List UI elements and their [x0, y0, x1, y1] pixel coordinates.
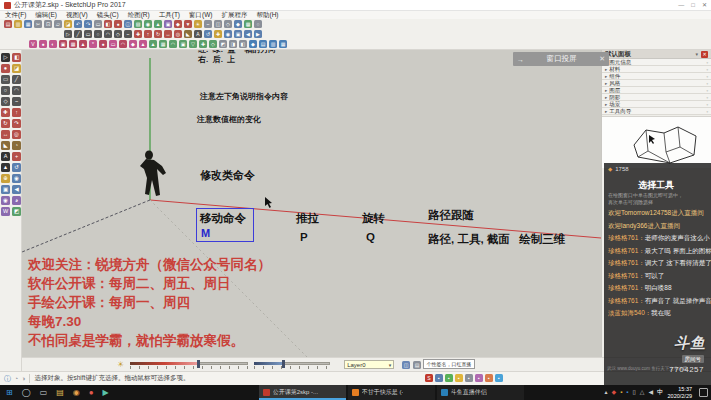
taskbar-sketchup-button[interactable]: 公开课第2skp -... [259, 385, 346, 400]
drape-icon[interactable]: ▽ [189, 40, 197, 48]
section-options-icon[interactable]: ▫ [706, 95, 708, 100]
photo-texture-icon[interactable]: ▣ [164, 20, 172, 28]
tray-app-icon[interactable]: ▪ [435, 374, 443, 382]
move-icon[interactable]: ✚ [134, 30, 142, 38]
circle-icon[interactable]: ○ [1, 86, 10, 95]
section-options-icon[interactable]: ▫ [706, 88, 708, 93]
section-options-icon[interactable]: ▫ [706, 109, 708, 114]
freehand-icon[interactable]: ~ [124, 30, 132, 38]
cut-icon[interactable]: ✂ [34, 20, 42, 28]
text-icon[interactable]: A [1, 152, 10, 161]
text-icon[interactable]: A [194, 30, 202, 38]
3d-text-icon[interactable]: ▲ [1, 163, 10, 172]
taskbar-music-button[interactable]: 不甘于快乐是 (- [348, 385, 435, 400]
menu-item[interactable]: 视图(V) [66, 11, 88, 20]
tray-app-icon[interactable]: ▪ [620, 385, 622, 400]
stamp-icon[interactable]: ▣ [179, 40, 187, 48]
vray-rect-light-icon[interactable]: ▭ [109, 40, 117, 48]
paint-bucket-icon[interactable]: ● [1, 64, 10, 73]
claim-icon[interactable]: ◑ [21, 374, 25, 383]
arc-icon[interactable]: ◠ [104, 30, 112, 38]
tray-app-icon[interactable]: ▪ [465, 374, 473, 382]
previous-view-icon[interactable]: ◀ [12, 185, 21, 194]
vray-ies-light-icon[interactable]: ◆ [129, 40, 137, 48]
vray-dome-light-icon[interactable]: ◠ [119, 40, 127, 48]
flip-edge-icon[interactable]: ◇ [209, 40, 217, 48]
freehand-icon[interactable]: ~ [12, 97, 21, 106]
line-icon[interactable]: ╱ [74, 30, 82, 38]
tray-app-icon[interactable]: ▪ [455, 374, 463, 382]
redo-icon[interactable]: ↷ [84, 20, 92, 28]
push-pull-icon[interactable]: ↑ [12, 108, 21, 117]
walk-icon[interactable]: W [1, 207, 10, 216]
tray-app-icon[interactable]: ▪ [485, 374, 493, 382]
capture-close-icon[interactable]: ✕ [599, 55, 605, 63]
tray-section-header[interactable]: ▸ 工具向导 ▫ [602, 108, 711, 115]
section-display-icon[interactable]: ◨ [229, 40, 237, 48]
menu-item[interactable]: 镜头(C) [97, 11, 119, 20]
window-control-button[interactable]: □ [691, 0, 695, 10]
menu-item[interactable]: 文件(F) [5, 11, 26, 20]
chrome-icon[interactable]: ● [89, 385, 94, 400]
wireframe-icon[interactable]: ◇ [224, 20, 232, 28]
make-component-icon[interactable]: ◧ [104, 20, 112, 28]
tray-pin-icon[interactable]: ▾ [695, 51, 698, 57]
selected-text-move-command[interactable]: 移动命令 M [196, 208, 254, 242]
front-view-icon[interactable]: ▥ [269, 40, 277, 48]
open-icon[interactable]: ▥ [14, 20, 22, 28]
save-icon[interactable]: ▦ [24, 20, 32, 28]
menu-item[interactable]: 编辑(E) [35, 11, 57, 20]
scale-figure[interactable] [136, 150, 168, 198]
section-cut-icon[interactable]: ◧ [239, 40, 247, 48]
tray-app-icon[interactable]: ◆ [612, 385, 617, 400]
fog-icon[interactable]: ~ [204, 20, 212, 28]
zoom-extents-icon[interactable]: ▣ [1, 185, 10, 194]
layers-icon[interactable]: ◫ [402, 361, 410, 369]
offset-icon[interactable]: ◎ [12, 130, 21, 139]
circle-icon[interactable]: ○ [94, 30, 102, 38]
menu-item[interactable]: 绘图(R) [128, 11, 150, 20]
arc-icon[interactable]: ◠ [12, 86, 21, 95]
tape-measure-icon[interactable]: ◣ [184, 30, 192, 38]
zoom-icon[interactable]: ◉ [12, 174, 21, 183]
print-icon[interactable]: ▭ [94, 20, 102, 28]
tray-up-arrow-icon[interactable]: ▴ [605, 385, 608, 400]
menu-item[interactable]: 工具(T) [159, 11, 180, 20]
scale-icon[interactable]: ↔ [164, 30, 172, 38]
new-icon[interactable]: ▤ [4, 20, 12, 28]
pan-icon[interactable]: ✚ [214, 30, 222, 38]
vray-frame-buffer-icon[interactable]: ▦ [69, 40, 77, 48]
capture-float-bar[interactable]: → 窗口投屏 ✕ [513, 52, 609, 66]
orbit-icon[interactable]: ↺ [12, 163, 21, 172]
smoove-icon[interactable]: ◠ [169, 40, 177, 48]
credits-icon[interactable]: ◔ [14, 374, 18, 383]
start-button[interactable]: ⊞ [6, 385, 13, 400]
window-control-button[interactable]: — [678, 0, 684, 10]
taskbar-clock[interactable]: 15:37 2020/2/29 [668, 386, 692, 399]
section-plane-icon[interactable]: ◩ [12, 207, 21, 216]
tray-app-icon[interactable]: ▪ [445, 374, 453, 382]
battery-icon[interactable]: ▯ [632, 385, 635, 400]
drawing-area[interactable]: 红. 绿. 蓝 轴的方向 右. 后. 上 注意左下角说明指令内容 注意数值框的变… [22, 50, 601, 357]
extension-warehouse-icon[interactable]: ◆ [174, 20, 182, 28]
shaded-icon[interactable]: ◆ [234, 20, 242, 28]
scale-icon[interactable]: ↔ [1, 130, 10, 139]
copy-icon[interactable]: ⊡ [44, 20, 52, 28]
shadow-date-slider[interactable] [254, 360, 330, 369]
3d-warehouse-icon[interactable]: ▼ [184, 20, 192, 28]
file-explorer-icon[interactable]: ▤ [56, 385, 64, 400]
paste-icon[interactable]: ▱ [54, 20, 62, 28]
polygon-icon[interactable]: ◇ [114, 30, 122, 38]
select-icon[interactable]: ▷ [64, 30, 72, 38]
add-location-icon[interactable]: ◉ [144, 20, 152, 28]
zoom-icon[interactable]: ◉ [224, 30, 232, 38]
offset-icon[interactable]: ◎ [174, 30, 182, 38]
section-options-icon[interactable]: ▫ [706, 102, 708, 107]
vray-render-icon[interactable]: ● [39, 40, 47, 48]
layer-manager-icon[interactable]: ▤ [413, 361, 421, 369]
rectangle-icon[interactable]: ▭ [1, 75, 10, 84]
protractor-icon[interactable]: ◔ [12, 141, 21, 150]
section-plane-icon[interactable]: ◩ [219, 40, 227, 48]
section-options-icon[interactable]: ▫ [706, 74, 708, 79]
section-options-icon[interactable]: ▫ [706, 81, 708, 86]
